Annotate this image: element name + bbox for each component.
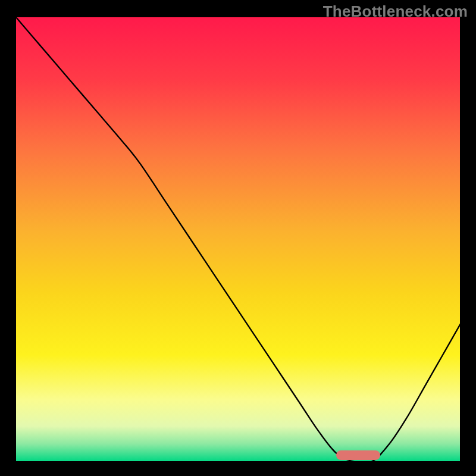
optimal-range-marker — [336, 450, 381, 460]
curve-path — [15, 17, 461, 462]
chart-canvas: TheBottleneck.com — [0, 0, 476, 476]
plot-frame — [15, 17, 461, 462]
plot-area — [15, 17, 461, 462]
bottleneck-curve — [15, 17, 461, 462]
